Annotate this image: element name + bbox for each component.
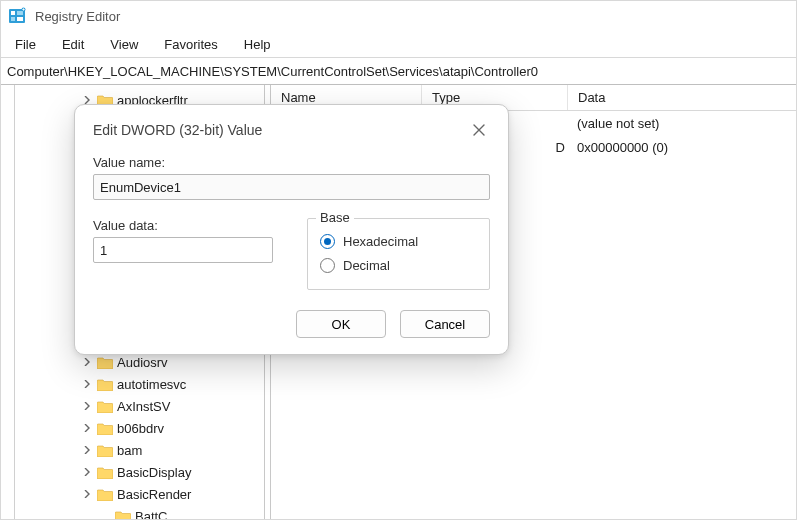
cancel-button[interactable]: Cancel — [400, 310, 490, 338]
ok-button[interactable]: OK — [296, 310, 386, 338]
tree-item-axinstsv[interactable]: AxInstSV — [15, 395, 264, 417]
folder-icon — [97, 356, 113, 369]
folder-icon — [97, 466, 113, 479]
tree-item-basicdisplay[interactable]: BasicDisplay — [15, 461, 264, 483]
value-data-label: Value data: — [93, 218, 273, 233]
tree-item-label: Audiosrv — [117, 355, 168, 370]
tree-item-label: bam — [117, 443, 142, 458]
app-title: Registry Editor — [35, 9, 120, 24]
close-icon[interactable] — [468, 119, 490, 141]
tree-item-b06bdrv[interactable]: b06bdrv — [15, 417, 264, 439]
left-gutter — [1, 85, 15, 519]
base-fieldset: Base Hexadecimal Decimal — [307, 218, 490, 290]
chevron-right-icon[interactable] — [81, 378, 93, 390]
radio-hexadecimal[interactable]: Hexadecimal — [320, 229, 477, 253]
tree-item-label: AxInstSV — [117, 399, 170, 414]
tree-item-battc[interactable]: BattC — [15, 505, 264, 519]
chevron-right-icon[interactable] — [81, 488, 93, 500]
col-data[interactable]: Data — [567, 85, 796, 110]
svg-rect-1 — [11, 11, 15, 15]
tree-item-label: b06bdrv — [117, 421, 164, 436]
radio-label: Hexadecimal — [343, 234, 418, 249]
cell-data: 0x00000000 (0) — [567, 140, 796, 155]
menubar: File Edit View Favorites Help — [1, 31, 796, 57]
folder-icon — [97, 378, 113, 391]
menu-view[interactable]: View — [100, 34, 148, 55]
app-icon — [9, 7, 27, 25]
address-bar[interactable]: Computer\HKEY_LOCAL_MACHINE\SYSTEM\Curre… — [1, 57, 796, 85]
tree-item-label: BasicRender — [117, 487, 191, 502]
tree-item-basicrender[interactable]: BasicRender — [15, 483, 264, 505]
folder-icon — [97, 400, 113, 413]
titlebar: Registry Editor — [1, 1, 796, 31]
svg-rect-4 — [17, 17, 23, 21]
menu-help[interactable]: Help — [234, 34, 281, 55]
menu-favorites[interactable]: Favorites — [154, 34, 227, 55]
value-name-label: Value name: — [93, 155, 490, 170]
tree-item-label: BattC — [135, 509, 168, 520]
address-text: Computer\HKEY_LOCAL_MACHINE\SYSTEM\Curre… — [7, 64, 538, 79]
cell-data: (value not set) — [567, 116, 796, 131]
folder-icon — [97, 444, 113, 457]
radio-icon — [320, 234, 335, 249]
svg-rect-3 — [11, 17, 15, 21]
radio-label: Decimal — [343, 258, 390, 273]
tree-item-autotimesvc[interactable]: autotimesvc — [15, 373, 264, 395]
menu-edit[interactable]: Edit — [52, 34, 94, 55]
radio-icon — [320, 258, 335, 273]
menu-file[interactable]: File — [5, 34, 46, 55]
tree-item-bam[interactable]: bam — [15, 439, 264, 461]
edit-dword-dialog: Edit DWORD (32-bit) Value Value name: Va… — [74, 104, 509, 355]
tree-item-label: autotimesvc — [117, 377, 186, 392]
folder-icon — [115, 510, 131, 520]
chevron-right-icon[interactable] — [81, 466, 93, 478]
base-legend: Base — [316, 210, 354, 225]
dialog-title: Edit DWORD (32-bit) Value — [93, 122, 262, 138]
chevron-right-icon[interactable] — [81, 422, 93, 434]
folder-icon — [97, 488, 113, 501]
registry-editor-window: Registry Editor File Edit View Favorites… — [0, 0, 797, 520]
folder-icon — [97, 422, 113, 435]
chevron-right-icon[interactable] — [81, 356, 93, 368]
chevron-right-icon[interactable] — [81, 400, 93, 412]
value-name-input[interactable] — [93, 174, 490, 200]
chevron-right-icon[interactable] — [81, 444, 93, 456]
value-data-input[interactable] — [93, 237, 273, 263]
tree-item-label: BasicDisplay — [117, 465, 191, 480]
radio-decimal[interactable]: Decimal — [320, 253, 477, 277]
svg-rect-2 — [17, 11, 23, 15]
